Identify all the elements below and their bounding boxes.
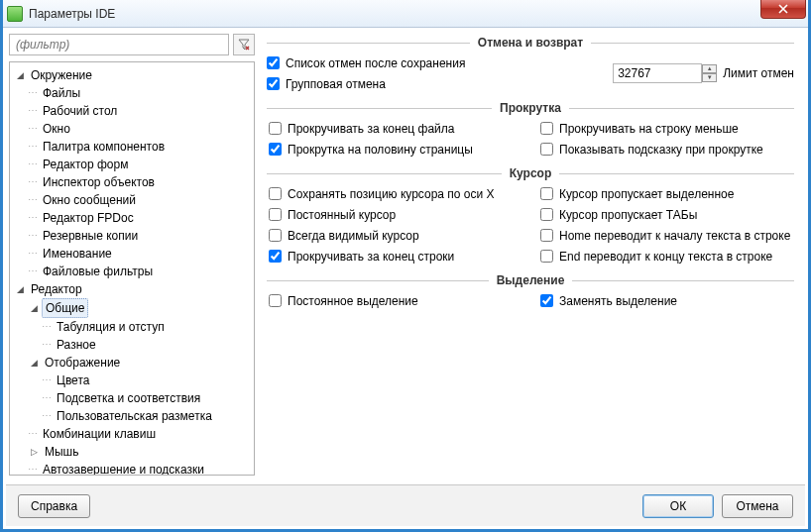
group-title: Отмена и возврат: [470, 36, 591, 50]
checkbox-scroll-past-eof[interactable]: Прокручивать за конец файла: [269, 119, 522, 138]
options-tree[interactable]: ◢Окружение ⋯Файлы ⋯Рабочий стол ⋯Окно ⋯П…: [10, 62, 254, 475]
checkbox-end-to-eol[interactable]: End переводит к концу текста в строке: [540, 247, 794, 266]
checkbox-group-undo[interactable]: Групповая отмена: [267, 74, 603, 93]
button-bar: Справка ОК Отмена: [6, 484, 805, 526]
tree-item[interactable]: ⋯Разное: [40, 336, 252, 354]
group-title: Курсор: [502, 166, 560, 180]
tree-item[interactable]: ⋯Резервные копии: [26, 227, 252, 245]
checkbox-scroll-past-eol[interactable]: Прокручивать за конец строки: [269, 247, 522, 266]
tree-item[interactable]: ⋯Файловые фильтры: [26, 263, 252, 280]
spinner-up-icon: ▲: [702, 64, 717, 73]
group-cursor: Курсор Сохранять позицию курсора по оси …: [267, 166, 794, 266]
group-undo: Отмена и возврат Список отмен после сохр…: [267, 36, 794, 93]
checkbox-scroll-by-one-less[interactable]: Прокручивать на строку меньше: [540, 119, 794, 138]
tree-item[interactable]: ⋯Именование: [26, 245, 252, 263]
spinner-down-icon: ▼: [702, 73, 717, 82]
group-title: Выделение: [489, 273, 573, 287]
tree-item[interactable]: ⋯Пользовательская разметка: [40, 407, 252, 425]
tree-item[interactable]: ⋯Автозавершение и подсказки: [26, 461, 252, 475]
help-button[interactable]: Справка: [18, 494, 90, 518]
tree-item[interactable]: ⋯Табуляция и отступ: [40, 318, 252, 336]
checkbox-persistent-selection[interactable]: Постоянное выделение: [269, 291, 522, 310]
tree-node-environment[interactable]: ◢Окружение: [12, 66, 252, 84]
ok-button[interactable]: ОК: [642, 494, 714, 518]
collapse-icon: ◢: [14, 280, 26, 298]
tree-node-mouse[interactable]: ▷Мышь: [26, 443, 252, 461]
tree-item[interactable]: ⋯Окно: [26, 120, 252, 138]
filter-input[interactable]: [9, 34, 229, 55]
tree-item[interactable]: ⋯Цвета: [40, 372, 252, 389]
tree-node-general[interactable]: ◢Общие: [26, 298, 252, 318]
tree-node-editor[interactable]: ◢Редактор: [12, 280, 252, 298]
tree-item[interactable]: ⋯Окно сообщений: [26, 191, 252, 209]
tree-item[interactable]: ⋯Комбинации клавиш: [26, 425, 252, 443]
collapse-icon: ◢: [28, 354, 40, 372]
checkbox-always-visible-cursor[interactable]: Всегда видимый курсор: [269, 226, 522, 245]
expand-icon: ▷: [28, 443, 40, 461]
window-title: Параметры IDE: [29, 7, 115, 21]
tree-node-display[interactable]: ◢Отображение: [26, 354, 252, 372]
tree-item[interactable]: ⋯Инспектор объектов: [26, 173, 252, 191]
undo-limit-input[interactable]: [613, 63, 702, 83]
close-button[interactable]: [760, 0, 806, 19]
group-title: Прокрутка: [492, 101, 569, 115]
tree-item[interactable]: ⋯Палитра компонентов: [26, 138, 252, 156]
checkbox-cursor-skip-tabs[interactable]: Курсор пропускает ТАБы: [540, 205, 794, 224]
filter-clear-button[interactable]: [233, 34, 255, 55]
checkbox-home-to-begin[interactable]: Home переводит к началу текста в строке: [540, 226, 794, 245]
app-icon: [7, 6, 23, 22]
collapse-icon: ◢: [14, 66, 26, 84]
group-selection: Выделение Постоянное выделение Заменять …: [267, 273, 794, 310]
tree-item[interactable]: ⋯Редактор форм: [26, 156, 252, 173]
undo-limit-spinner[interactable]: ▲▼: [702, 64, 717, 82]
tree-item[interactable]: ⋯Файлы: [26, 84, 252, 102]
undo-limit-label: Лимит отмен: [723, 66, 794, 80]
tree-item[interactable]: ⋯Редактор FPDoc: [26, 209, 252, 227]
checkbox-undo-after-save[interactable]: Список отмен после сохранения: [267, 53, 603, 72]
checkbox-cursor-skip-selection[interactable]: Курсор пропускает выделенное: [540, 184, 794, 203]
checkbox-scroll-hint[interactable]: Показывать подсказку при прокрутке: [540, 140, 794, 159]
settings-panel: Отмена и возврат Список отмен после сохр…: [261, 28, 808, 481]
tree-item[interactable]: ⋯Рабочий стол: [26, 102, 252, 120]
checkbox-half-page-scroll[interactable]: Прокрутка на половину страницы: [269, 140, 522, 159]
cancel-button[interactable]: Отмена: [722, 494, 793, 518]
checkbox-overwrite-selection[interactable]: Заменять выделение: [540, 291, 794, 310]
checkbox-keep-cursor-x[interactable]: Сохранять позицию курсора по оси X: [269, 184, 522, 203]
titlebar: Параметры IDE: [3, 0, 808, 28]
checkbox-persistent-cursor[interactable]: Постоянный курсор: [269, 205, 522, 224]
collapse-icon: ◢: [28, 299, 40, 317]
filter-clear-icon: [238, 39, 250, 51]
sidebar: ◢Окружение ⋯Файлы ⋯Рабочий стол ⋯Окно ⋯П…: [3, 28, 261, 481]
tree-item[interactable]: ⋯Подсветка и соответствия: [40, 389, 252, 407]
group-scroll: Прокрутка Прокручивать за конец файла Пр…: [267, 101, 794, 159]
close-icon: [778, 4, 788, 14]
